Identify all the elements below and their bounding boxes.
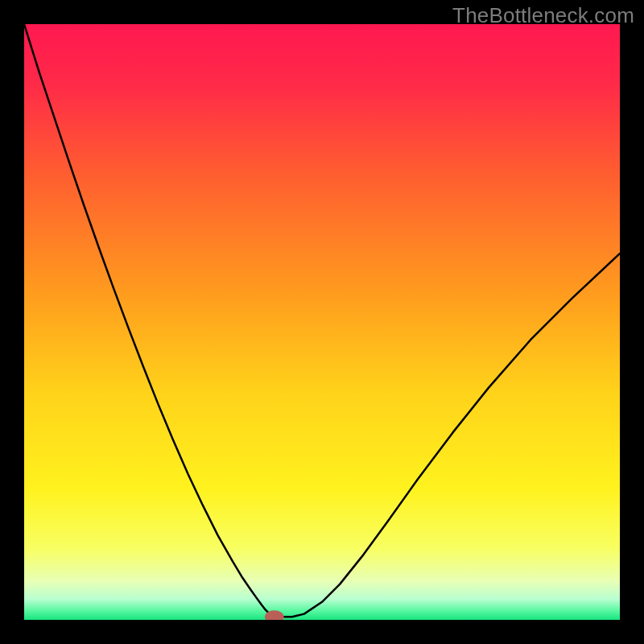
gradient-background (24, 24, 620, 620)
watermark-text: TheBottleneck.com (452, 3, 634, 28)
bottleneck-chart-svg (24, 24, 620, 620)
chart-container: TheBottleneck.com (0, 0, 644, 644)
plot-area (24, 24, 620, 620)
